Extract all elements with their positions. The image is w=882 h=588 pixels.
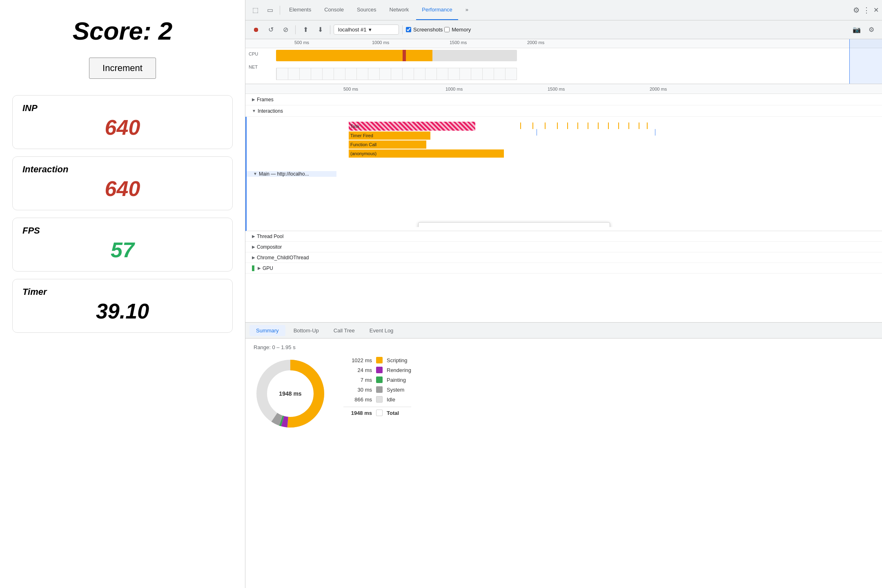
thread-pool-arrow: ▶: [252, 234, 255, 238]
tooltip-link[interactable]: Long interaction: [471, 227, 509, 227]
interactions-label: ▼ Interactions: [245, 108, 335, 114]
tab-elements[interactable]: Elements: [283, 0, 317, 20]
interactions-arrow: ▼: [252, 109, 256, 113]
ruler-mark-1000: 1000 ms: [372, 40, 389, 45]
sep4: [402, 25, 403, 34]
chrome-child-arrow: ▶: [252, 255, 255, 260]
timeline-tracks[interactable]: ▶ Frames ▼: [245, 94, 882, 322]
dropdown-arrow-icon: ▾: [369, 27, 372, 33]
tick-3: [545, 122, 546, 129]
close-icon[interactable]: ✕: [873, 6, 879, 14]
tooltip-type: Pointer: [452, 227, 468, 227]
legend-scripting: 1022 ms Scripting: [343, 357, 411, 363]
total-name: Total: [387, 410, 399, 416]
separator: [280, 6, 280, 15]
screenshots-checkbox[interactable]: [406, 27, 411, 32]
devtools-topbar: ⬚ ▭ Elements Console Sources Network Per…: [245, 0, 882, 20]
tab-more[interactable]: »: [460, 0, 474, 20]
inspect-icon[interactable]: ⬚: [249, 4, 262, 17]
screenshots-checkbox-label[interactable]: Screenshots: [406, 27, 443, 33]
more-icon[interactable]: ⋮: [863, 6, 870, 15]
perf-settings-icon[interactable]: ⚙: [865, 23, 878, 36]
tick-1: [520, 122, 521, 129]
upload-icon[interactable]: ⬆: [299, 23, 312, 36]
donut-chart: 1948 ms: [254, 357, 327, 430]
compositor-arrow: ▶: [252, 245, 255, 249]
thread-pool-label: ▶ Thread Pool: [245, 234, 335, 239]
download-icon[interactable]: ⬇: [314, 23, 327, 36]
tab-network[interactable]: Network: [384, 0, 415, 20]
compositor-track: ▶ Compositor: [245, 242, 882, 252]
net-overview-label: NET: [249, 65, 275, 69]
tab-console[interactable]: Console: [318, 0, 350, 20]
device-icon[interactable]: ▭: [263, 4, 276, 17]
screenshots-label: Screenshots: [413, 27, 443, 33]
increment-button[interactable]: Increment: [89, 58, 156, 79]
compositor-label: ▶ Compositor: [245, 244, 335, 250]
tab-event-log[interactable]: Event Log: [363, 325, 400, 336]
tab-bottom-up[interactable]: Bottom-Up: [287, 325, 325, 336]
gpu-arrow: ▶: [258, 266, 261, 270]
rendering-dot: [376, 367, 383, 373]
devtools-panel: ⬚ ▭ Elements Console Sources Network Per…: [245, 0, 882, 588]
bottom-tabs: Summary Bottom-Up Call Tree Event Log: [245, 322, 882, 339]
interaction-value: 640: [22, 176, 223, 201]
legend-system: 30 ms System: [343, 386, 411, 393]
fps-label: FPS: [22, 225, 223, 236]
inp-value: 640: [22, 115, 223, 140]
memory-checkbox-label[interactable]: Memory: [444, 27, 471, 33]
chrome-child-label: ▶ Chrome_ChildIOThread: [245, 255, 335, 261]
score-title: Score: 2: [73, 16, 173, 45]
interactions-text: Interactions: [258, 108, 283, 114]
reload-icon[interactable]: ↺: [264, 23, 277, 36]
chrome-child-text: Chrome_ChildIOThread: [257, 255, 309, 261]
main-content: Task Timer Fired Function Call (anonymou…: [336, 121, 882, 227]
ruler2-2000: 2000 ms: [650, 87, 667, 91]
tab-sources[interactable]: Sources: [351, 0, 382, 20]
main-label: ▼ Main — http://localho...: [247, 171, 336, 177]
inp-card: INP 640: [12, 95, 233, 149]
ruler2-500: 500 ms: [343, 87, 358, 91]
tick-blue-1: [537, 129, 537, 136]
tab-summary[interactable]: Summary: [249, 325, 285, 336]
main-text: Main — http://localho...: [259, 171, 309, 177]
inp-label: INP: [22, 103, 223, 114]
timeline-ruler2: 500 ms 1000 ms 1500 ms 2000 ms: [245, 84, 882, 94]
frames-label: ▶ Frames: [245, 97, 335, 102]
painting-dot: [376, 376, 383, 383]
system-name: System: [387, 387, 404, 393]
tab-performance[interactable]: Performance: [416, 0, 458, 20]
tick-13: [647, 122, 648, 129]
idle-dot: [376, 396, 383, 403]
painting-name: Painting: [387, 377, 406, 383]
timeline-main: 500 ms 1000 ms 1500 ms 2000 ms ▶ Frames: [245, 84, 882, 322]
timer-label: Timer: [22, 287, 223, 297]
timer-fired-label: Timer Fired: [350, 133, 373, 138]
url-text: localhost #1: [338, 27, 366, 33]
record-icon[interactable]: ⏺: [249, 23, 263, 36]
tick-blue-2: [655, 129, 655, 136]
tick-4: [557, 122, 558, 129]
timeline-overview[interactable]: 500 ms 1000 ms 1500 ms 2000 ms CPU NET: [245, 39, 882, 84]
interaction-card: Interaction 640: [12, 156, 233, 210]
left-panel: Score: 2 Increment INP 640 Interaction 6…: [0, 0, 245, 588]
compositor-text: Compositor: [257, 244, 282, 250]
url-selector[interactable]: localhost #1 ▾: [334, 24, 399, 35]
gpu-text: GPU: [263, 265, 273, 271]
devtools-toolbar: ⏺ ↺ ⊘ ⬆ ⬇ localhost #1 ▾ Screenshots Mem…: [245, 20, 882, 39]
tooltip: 642.42 ms Pointer Long interaction is in…: [418, 222, 610, 227]
anonymous-bar: (anonymous): [349, 149, 504, 158]
settings-icon[interactable]: ⚙: [853, 6, 860, 15]
main-arrow: ▼: [253, 172, 257, 176]
scripting-val: 1022 ms: [343, 357, 372, 363]
memory-label: Memory: [452, 27, 471, 33]
clear-icon[interactable]: ⊘: [279, 23, 292, 36]
memory-checkbox[interactable]: [444, 27, 450, 32]
tick-2: [532, 122, 533, 129]
frames-track: ▶ Frames: [245, 94, 882, 105]
system-val: 30 ms: [343, 387, 372, 393]
timeline-ruler-overview: 500 ms 1000 ms 1500 ms 2000 ms: [245, 39, 882, 48]
tab-call-tree[interactable]: Call Tree: [327, 325, 361, 336]
ruler2-1500: 1500 ms: [548, 87, 565, 91]
capture-icon[interactable]: 📷: [850, 23, 863, 36]
